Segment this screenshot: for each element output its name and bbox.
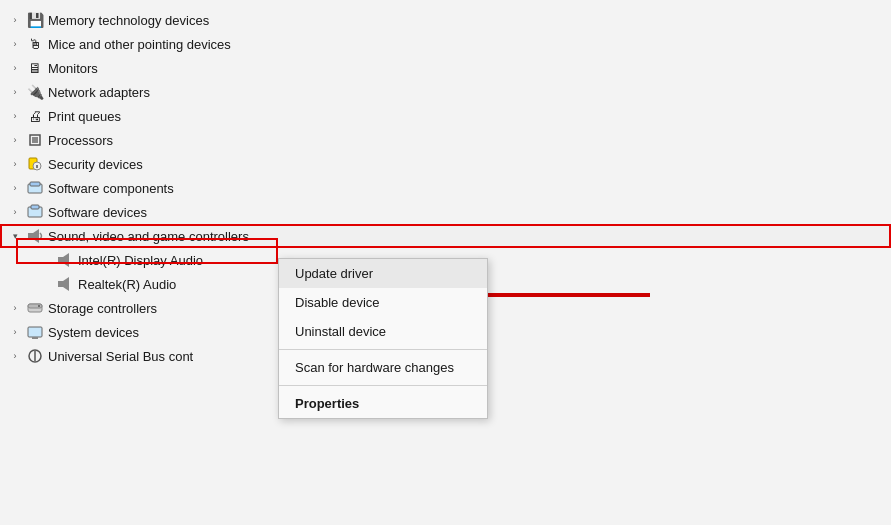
device-icon [56,251,74,269]
item-label: Print queues [48,109,883,124]
svg-marker-10 [33,229,39,243]
item-label: Security devices [48,157,883,172]
menu-item-scan-hardware[interactable]: Scan for hardware changes [279,353,487,382]
menu-separator [279,385,487,386]
chevron-icon [8,61,22,75]
tree-item-sound[interactable]: Sound, video and game controllers [0,224,891,248]
svg-rect-9 [28,233,33,239]
context-menu: Update driverDisable deviceUninstall dev… [278,258,488,419]
menu-item-update-driver[interactable]: Update driver [279,259,487,288]
device-icon: 🖨 [26,107,44,125]
tree-item-software-components[interactable]: Software components [0,176,891,200]
chevron-icon [8,325,22,339]
device-icon [26,323,44,341]
device-icon [26,347,44,365]
svg-rect-8 [31,205,39,209]
chevron-icon [8,349,22,363]
chevron-icon [8,205,22,219]
chevron-icon [8,181,22,195]
chevron-icon [8,13,22,27]
device-icon: 💾 [26,11,44,29]
chevron-icon [8,301,22,315]
svg-rect-19 [32,337,38,339]
chevron-icon [8,157,22,171]
device-icon [26,227,44,245]
menu-separator [279,349,487,350]
item-label: Software devices [48,205,883,220]
svg-rect-6 [30,182,40,186]
svg-point-17 [38,305,40,307]
item-label: Memory technology devices [48,13,883,28]
item-label: Monitors [48,61,883,76]
svg-rect-18 [28,327,42,337]
device-icon [56,275,74,293]
device-icon: 🖱 [26,35,44,53]
item-label: Network adapters [48,85,883,100]
chevron-icon [8,37,22,51]
chevron-icon [8,229,22,243]
menu-item-uninstall-device[interactable]: Uninstall device [279,317,487,346]
item-label: Sound, video and game controllers [48,229,883,244]
tree-item-print[interactable]: 🖨Print queues [0,104,891,128]
tree-item-mice[interactable]: 🖱Mice and other pointing devices [0,32,891,56]
menu-item-properties[interactable]: Properties [279,389,487,418]
menu-item-disable-device[interactable]: Disable device [279,288,487,317]
chevron-icon [8,85,22,99]
tree-item-monitors[interactable]: 🖥Monitors [0,56,891,80]
chevron-icon [8,109,22,123]
item-label: Mice and other pointing devices [48,37,883,52]
device-manager: 💾Memory technology devices🖱Mice and othe… [0,0,891,525]
tree-item-security[interactable]: Security devices [0,152,891,176]
item-label: Software components [48,181,883,196]
svg-rect-11 [58,257,63,263]
device-icon: 🖥 [26,59,44,77]
item-label: Processors [48,133,883,148]
tree-item-network[interactable]: 🔌Network adapters [0,80,891,104]
device-icon: 🔌 [26,83,44,101]
device-icon [26,299,44,317]
tree-item-memory[interactable]: 💾Memory technology devices [0,8,891,32]
tree-item-processors[interactable]: Processors [0,128,891,152]
svg-marker-14 [63,277,69,291]
svg-marker-12 [63,253,69,267]
chevron-icon [8,133,22,147]
svg-rect-13 [58,281,63,287]
tree-item-software-devices[interactable]: Software devices [0,200,891,224]
device-icon [26,155,44,173]
device-icon [26,203,44,221]
device-icon [26,179,44,197]
device-icon [26,131,44,149]
svg-rect-1 [32,137,38,143]
